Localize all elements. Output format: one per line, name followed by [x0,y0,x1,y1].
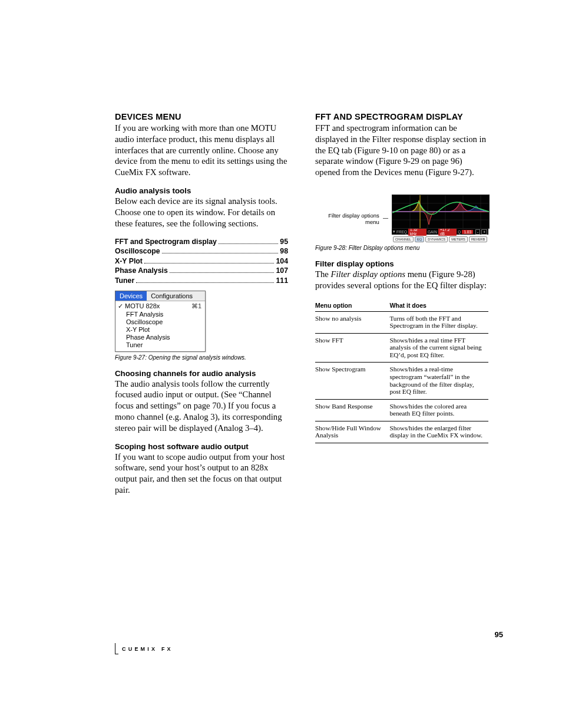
heading-devices-menu: DEVICES MENU [115,112,288,121]
para-filter-display-options: The Filter display options menu (Figure … [315,269,488,291]
para-audio-analysis-tools: Below each device are its signal analysi… [115,196,288,229]
menu-body: ✓ MOTU 828x ⌘1 FFT Analysis Oscilloscope… [115,301,205,351]
devices-menu-figure: Devices Configurations ✓ MOTU 828x ⌘1 FF… [115,291,288,352]
menu-arrow-icon[interactable]: ▾ [393,229,395,234]
para-devices-menu: If you are working with more than one MO… [115,123,288,178]
menu-window: Devices Configurations ✓ MOTU 828x ⌘1 FF… [115,291,206,352]
callout-label: Filter display options menu [315,212,379,225]
eq-curves-icon [392,195,489,228]
tab-row: CHANNEL EQ DYNAMICS METERS REVERB [392,236,488,242]
page: DEVICES MENU If you are working with mor… [0,0,562,728]
toc-page: 104 [276,257,288,265]
status-freq-value: 1.32 kHz [408,228,427,236]
status-gain-label: GAIN [428,230,437,234]
para-scoping-host: If you want to scope audio output from y… [115,452,288,496]
eq-status-bar: ▾ FREQ 1.32 kHz GAIN +17.2 dB Q 1.03 - + [392,229,488,235]
table-header-desc: What it does [389,299,488,312]
toc-row: Oscilloscope 98 [115,247,288,255]
figure-9-28-caption: Figure 9-28: Filter Display options menu [315,245,488,251]
menu-item-xy-plot[interactable]: X-Y Plot [115,326,205,334]
toc-page: 95 [280,238,288,246]
filter-display-figure: Filter display options menu [315,195,488,242]
tab-reverb[interactable]: REVERB [469,236,487,242]
menu-configurations[interactable]: Configurations [147,291,197,301]
columns: DEVICES MENU If you are working with mor… [115,112,503,504]
toc-label: Tuner [115,276,134,285]
toc-page: 98 [280,247,288,255]
heading-audio-analysis-tools: Audio analysis tools [115,186,288,195]
toc-label: Oscilloscope [115,247,160,255]
table-header-option: Menu option [315,299,389,312]
menu-item-fft[interactable]: FFT Analysis [115,311,205,318]
left-column: DEVICES MENU If you are working with mor… [115,112,288,504]
callout-line [383,218,388,219]
footer-bracket-icon [115,643,118,654]
right-column: FFT AND SPECTROGRAM DISPLAY FFT and spec… [315,112,488,504]
menu-devices[interactable]: Devices [115,291,147,301]
tab-eq[interactable]: EQ [415,236,424,242]
tab-meters[interactable]: METERS [449,236,468,242]
menu-bar: Devices Configurations [115,291,205,301]
table-row: Show FFTShows/hides a real time FFT anal… [315,333,488,363]
tab-dynamics[interactable]: DYNAMICS [425,236,448,242]
status-q-label: Q [458,230,461,234]
status-freq-label: FREQ [396,230,407,234]
heading-filter-display-options: Filter display options [315,259,488,268]
toc-label: FFT and Spectrogram display [115,238,217,246]
table-row: Show no analysisTurns off both the FFT a… [315,311,488,333]
heading-choosing-channels: Choosing channels for audio analysis [115,369,288,378]
toc-page: 107 [276,266,288,275]
toc-row: Phase Analysis 107 [115,266,288,275]
status-q-value: 1.03 [462,230,473,234]
heading-scoping-host: Scoping host software audio output [115,442,288,451]
zoom-in-icon[interactable]: + [481,229,487,235]
page-number: 95 [495,630,503,639]
filter-display-panel: ▾ FREQ 1.32 kHz GAIN +17.2 dB Q 1.03 - +… [392,195,488,242]
toc-label: X-Y Plot [115,257,143,265]
tab-channel[interactable]: CHANNEL [393,236,414,242]
status-gain-value: +17.2 dB [438,228,457,236]
menu-accelerator: ⌘1 [185,302,205,310]
menu-item-device[interactable]: ✓ MOTU 828x ⌘1 [115,302,205,311]
menu-item-label: MOTU 828x [125,302,185,310]
table-row: Show/Hide Full Window AnalysisShows/hide… [315,421,488,443]
para-fft-spectrogram: FFT and spectrogram information can be d… [315,123,488,178]
options-table: Menu option What it does Show no analysi… [315,299,488,443]
toc-list: FFT and Spectrogram display 95 Oscillosc… [115,238,288,285]
footer-section-title: CUEMIX FX [122,646,173,652]
menu-item-phase-analysis[interactable]: Phase Analysis [115,334,205,341]
toc-page: 111 [276,276,288,285]
menu-item-tuner[interactable]: Tuner [115,341,205,349]
footer-section: CUEMIX FX [115,643,173,654]
toc-row: FFT and Spectrogram display 95 [115,238,288,246]
table-row: Show Band ResponseShows/hides the colore… [315,399,488,421]
zoom-out-icon[interactable]: - [475,229,480,235]
para-choosing-channels: The audio analysis tools follow the curr… [115,378,288,434]
eq-graph[interactable] [392,195,490,229]
table-row: Show SpectrogramShows/hides a real-time … [315,363,488,399]
toc-row: X-Y Plot 104 [115,257,288,265]
toc-label: Phase Analysis [115,266,168,275]
heading-fft-spectrogram: FFT AND SPECTROGRAM DISPLAY [315,112,488,121]
menu-item-oscilloscope[interactable]: Oscilloscope [115,318,205,326]
checkmark-icon: ✓ [115,302,125,310]
figure-9-27-caption: Figure 9-27: Opening the signal analysis… [115,354,288,361]
toc-row: Tuner 111 [115,276,288,285]
